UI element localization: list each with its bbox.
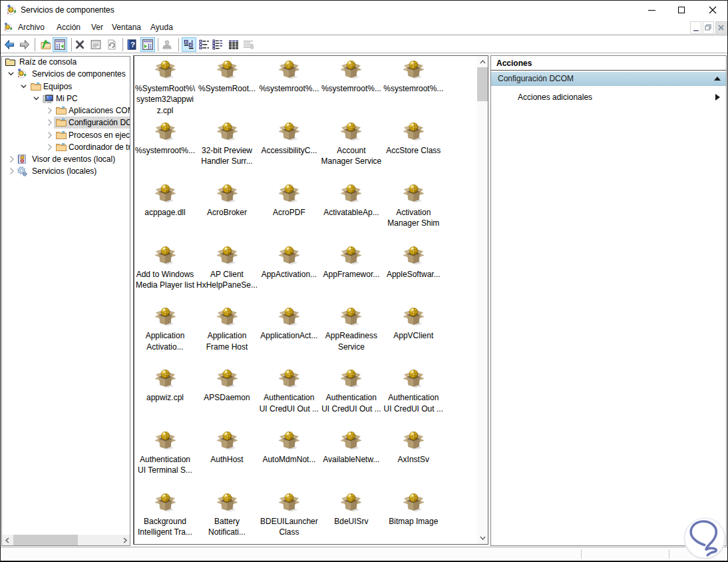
svg-text:?: ? — [130, 41, 135, 49]
